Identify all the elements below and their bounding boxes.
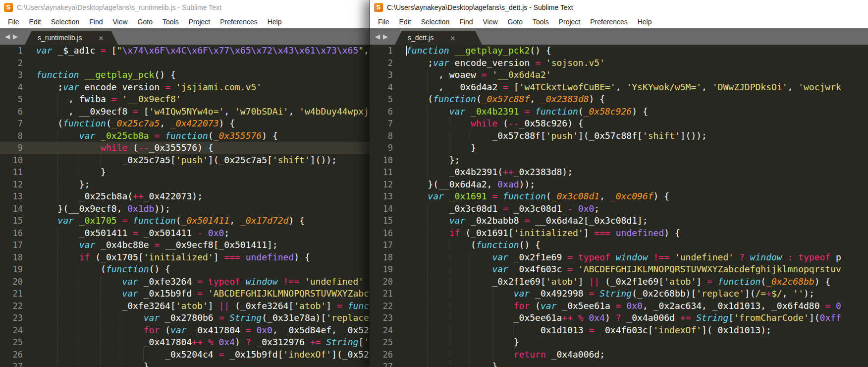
menu-item-selection[interactable]: Selection xyxy=(416,18,455,26)
line-number: 9 xyxy=(0,142,28,154)
indent-guide xyxy=(57,251,58,264)
sublime-icon: S xyxy=(374,3,383,12)
code-text: ;var encode_version = 'jsjiami.com.v5' xyxy=(28,81,370,94)
indent-guide xyxy=(428,288,428,300)
indent-guide xyxy=(122,349,122,361)
menu-item-view[interactable]: View xyxy=(478,18,503,26)
indent-guide xyxy=(471,300,471,312)
tab-nav-back-icon[interactable]: ◀ xyxy=(375,33,380,40)
code-line: 24 for (var _0x417804 = 0x0, _0x5d84ef, … xyxy=(0,324,370,337)
code-line: 14 _0x3c08d1 = _0x3c08d1 - 0x0; xyxy=(370,203,868,215)
tab-s-dett[interactable]: s_dett.js × xyxy=(395,31,482,45)
menu-item-find[interactable]: Find xyxy=(454,18,478,26)
indent-guide xyxy=(101,349,101,361)
code-text: _0x501411 = _0x501411 - 0x0; xyxy=(28,227,370,240)
indent-guide xyxy=(449,142,449,154)
code-text: }(__0x6d4a2, 0xad)); xyxy=(398,179,868,191)
menu-item-tools[interactable]: Tools xyxy=(158,18,184,26)
line-number: 5 xyxy=(0,93,28,106)
line-number: 14 xyxy=(370,203,398,215)
menu-item-preferences[interactable]: Preferences xyxy=(215,18,262,26)
line-number: 26 xyxy=(0,349,28,361)
right-code-editor[interactable]: 1function __getplay_pck2() {2 ;var encod… xyxy=(370,45,868,367)
tab-close-icon[interactable]: × xyxy=(99,34,103,42)
line-number: 25 xyxy=(0,336,28,349)
line-number: 18 xyxy=(370,251,398,264)
indent-guide xyxy=(79,324,79,337)
indent-guide xyxy=(101,336,101,349)
line-number: 27 xyxy=(0,361,28,367)
menu-item-help[interactable]: Help xyxy=(633,18,657,26)
code-text: if (_0x1705['initialized'] === undefined… xyxy=(28,251,370,264)
indent-guide xyxy=(449,300,449,312)
indent-guide xyxy=(428,239,428,251)
code-text: } xyxy=(398,361,868,367)
code-line: 6 , __0x9ecf8 = ['w4IQw5NYw4o=', 'w70bSD… xyxy=(0,106,370,118)
menu-item-edit[interactable]: Edit xyxy=(394,18,416,26)
tab-s-runtimelib[interactable]: s_runtimelib.js × xyxy=(25,31,118,45)
tab-nav-forward-icon[interactable]: ▶ xyxy=(13,33,18,40)
indent-guide xyxy=(492,312,492,324)
indent-guide xyxy=(449,276,449,288)
code-text: return _0x4a006d; xyxy=(398,349,868,361)
line-number: 15 xyxy=(0,215,28,227)
window-title: C:\Users\aynakeya\Desktop\agefans\s_runt… xyxy=(17,3,221,11)
code-line: 25 _0x417804++ % 0x4) ? _0x312976 += Str… xyxy=(0,336,370,349)
code-text: while (--_0x58c926) { xyxy=(398,118,868,130)
code-line: 17 (function() { xyxy=(370,239,868,251)
line-number: 27 xyxy=(370,361,398,367)
line-number: 1 xyxy=(370,45,398,57)
left-code-editor[interactable]: 1var _$_ad1c = ["\x74\x6F\x4C\x6F\x77\x6… xyxy=(0,45,370,367)
code-line: 6 var _0x4b2391 = function(_0x58c926) { xyxy=(370,106,868,118)
line-number: 10 xyxy=(370,154,398,167)
code-text: _0x3c08d1 = _0x3c08d1 - 0x0; xyxy=(398,203,868,215)
menu-item-goto[interactable]: Goto xyxy=(503,18,528,26)
indent-guide xyxy=(471,130,471,142)
menu-item-project[interactable]: Project xyxy=(554,18,586,26)
code-line: 19 var _0x4f603c = 'ABCDEFGHIJKLMNOPQRST… xyxy=(370,263,868,276)
tab-close-icon[interactable]: × xyxy=(450,34,455,42)
tab-nav-forward-icon[interactable]: ▶ xyxy=(383,33,388,40)
left-menubar: FileEditSelectionFindViewGotoToolsProjec… xyxy=(0,15,370,28)
code-text: var _0x1691 = function(_0x3c08d1, _0xc09… xyxy=(398,190,868,203)
indent-guide xyxy=(428,130,428,142)
menu-item-goto[interactable]: Goto xyxy=(133,18,158,26)
indent-guide xyxy=(471,336,471,349)
code-text: _0x25cb8a(++_0x422073); xyxy=(28,190,370,203)
menu-item-tools[interactable]: Tools xyxy=(528,18,554,26)
code-line: 22 for (var _0x5ee61a = 0x0, _0x2ac634, … xyxy=(370,300,868,312)
menu-item-file[interactable]: File xyxy=(373,18,394,26)
menu-item-preferences[interactable]: Preferences xyxy=(585,18,632,26)
tab-nav-back-icon[interactable]: ◀ xyxy=(5,33,10,40)
line-number: 6 xyxy=(370,106,398,118)
code-line: 26 return _0x4a006d; xyxy=(370,349,868,361)
menu-item-find[interactable]: Find xyxy=(84,18,108,26)
line-number: 25 xyxy=(370,336,398,349)
line-number: 16 xyxy=(370,227,398,240)
indent-guide xyxy=(57,288,58,300)
left-titlebar[interactable]: S C:\Users\aynakeya\Desktop\agefans\s_ru… xyxy=(0,0,370,15)
indent-guide xyxy=(428,69,428,81)
indent-guide xyxy=(143,349,144,361)
indent-guide xyxy=(449,263,449,276)
menu-item-view[interactable]: View xyxy=(108,18,133,26)
code-line: 2 ;var encode_version = 'sojson.v5' xyxy=(370,57,868,69)
right-titlebar[interactable]: S C:\Users\aynakeya\Desktop\agefans\s_de… xyxy=(370,0,868,15)
code-line: 18 if (_0x1705['initialized'] === undefi… xyxy=(0,251,370,264)
menu-item-help[interactable]: Help xyxy=(263,18,287,26)
line-number: 7 xyxy=(370,118,398,130)
menu-item-file[interactable]: File xyxy=(3,18,24,26)
indent-guide xyxy=(492,288,492,300)
indent-guide xyxy=(428,349,428,361)
menu-item-selection[interactable]: Selection xyxy=(46,18,85,26)
menu-item-edit[interactable]: Edit xyxy=(24,18,46,26)
code-text: var _0x2f1e69 = typeof window !== 'undef… xyxy=(398,251,868,264)
code-text: for (var _0x5ee61a = 0x0, _0x2ac634, _0x… xyxy=(398,300,868,312)
code-line: 13 var _0x1691 = function(_0x3c08d1, _0x… xyxy=(370,190,868,203)
line-number: 6 xyxy=(0,106,28,118)
indent-guide xyxy=(122,361,122,367)
menu-item-project[interactable]: Project xyxy=(184,18,216,26)
indent-guide xyxy=(122,312,122,324)
line-number: 4 xyxy=(370,81,398,94)
code-text: ;var encode_version = 'sojson.v5' xyxy=(398,57,868,69)
